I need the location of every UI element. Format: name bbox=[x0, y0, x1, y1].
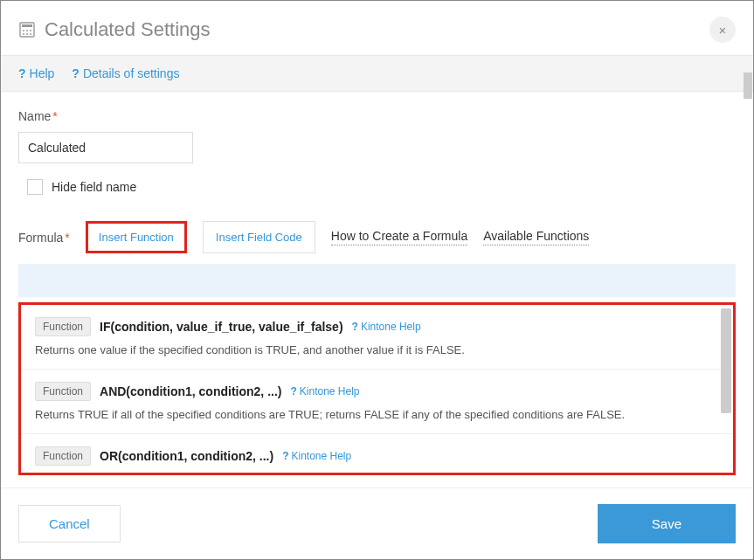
insert-function-button[interactable]: Insert Function bbox=[86, 221, 187, 253]
calculator-icon bbox=[18, 21, 36, 38]
function-item-or[interactable]: Function OR(condition1, condition2, ...)… bbox=[21, 434, 733, 473]
insert-field-code-button[interactable]: Insert Field Code bbox=[203, 221, 315, 253]
modal-title: Calculated Settings bbox=[45, 18, 211, 41]
function-description: Returns TRUE if all of the specified con… bbox=[35, 408, 719, 421]
svg-point-3 bbox=[26, 30, 28, 31]
calculated-settings-modal: Calculated Settings × ? Help ? Details o… bbox=[0, 0, 754, 560]
svg-point-7 bbox=[30, 33, 31, 35]
help-icon: ? bbox=[290, 385, 296, 398]
help-link[interactable]: ? Help bbox=[18, 66, 54, 80]
svg-point-5 bbox=[23, 33, 24, 35]
function-list-inner: Function IF(condition, value_if_true, va… bbox=[21, 305, 733, 473]
modal-header: Calculated Settings × bbox=[1, 1, 753, 55]
function-badge: Function bbox=[35, 317, 91, 336]
hide-field-checkbox[interactable] bbox=[27, 179, 43, 195]
function-signature: IF(condition, value_if_true, value_if_fa… bbox=[100, 320, 343, 334]
required-star: * bbox=[52, 109, 57, 123]
function-item-if[interactable]: Function IF(condition, value_if_true, va… bbox=[21, 305, 733, 370]
help-bar: ? Help ? Details of settings bbox=[1, 55, 753, 92]
name-input[interactable] bbox=[18, 132, 193, 163]
help-link-label: Help bbox=[30, 66, 55, 80]
help-icon: ? bbox=[282, 450, 288, 462]
available-functions-link[interactable]: Available Functions bbox=[483, 229, 589, 245]
function-badge: Function bbox=[35, 382, 91, 401]
svg-point-2 bbox=[23, 30, 24, 31]
details-settings-link[interactable]: ? Details of settings bbox=[72, 66, 179, 80]
help-icon: ? bbox=[352, 321, 358, 333]
modal-title-wrap: Calculated Settings bbox=[18, 18, 211, 41]
function-description: Returns one value if the specified condi… bbox=[35, 343, 719, 356]
hide-field-row: Hide field name bbox=[27, 179, 736, 195]
function-list-panel: Function IF(condition, value_if_true, va… bbox=[18, 302, 736, 475]
svg-point-4 bbox=[30, 30, 31, 31]
modal-footer: Cancel Save bbox=[1, 487, 753, 559]
close-button[interactable]: × bbox=[709, 17, 736, 43]
function-signature: OR(condition1, condition2, ...) bbox=[100, 449, 273, 463]
cancel-button[interactable]: Cancel bbox=[18, 505, 121, 543]
save-button[interactable]: Save bbox=[598, 504, 736, 543]
svg-rect-1 bbox=[22, 24, 32, 27]
help-icon: ? bbox=[72, 66, 80, 80]
hide-field-label: Hide field name bbox=[52, 180, 136, 194]
name-label: Name* bbox=[18, 109, 736, 123]
formula-input[interactable] bbox=[18, 264, 736, 297]
function-header: Function AND(condition1, condition2, ...… bbox=[35, 382, 719, 401]
close-icon: × bbox=[719, 23, 727, 38]
details-settings-label: Details of settings bbox=[83, 66, 180, 80]
function-header: Function IF(condition, value_if_true, va… bbox=[35, 317, 719, 336]
function-signature: AND(condition1, condition2, ...) bbox=[100, 384, 281, 398]
function-header: Function OR(condition1, condition2, ...)… bbox=[35, 446, 719, 466]
function-badge: Function bbox=[35, 446, 91, 466]
modal-body: Name* Hide field name Formula* Insert Fu… bbox=[1, 92, 753, 487]
function-help-link[interactable]: ?Kintone Help bbox=[282, 450, 351, 462]
how-to-create-formula-link[interactable]: How to Create a Formula bbox=[331, 229, 467, 245]
required-star: * bbox=[65, 231, 69, 245]
help-icon: ? bbox=[18, 66, 26, 80]
formula-row: Formula* Insert Function Insert Field Co… bbox=[18, 221, 736, 253]
function-help-link[interactable]: ?Kintone Help bbox=[290, 385, 359, 398]
formula-label: Formula* bbox=[18, 231, 70, 245]
function-panel-scrollbar[interactable] bbox=[721, 308, 731, 413]
function-item-and[interactable]: Function AND(condition1, condition2, ...… bbox=[21, 370, 733, 434]
svg-point-6 bbox=[26, 33, 28, 35]
function-help-link[interactable]: ?Kintone Help bbox=[352, 321, 421, 333]
